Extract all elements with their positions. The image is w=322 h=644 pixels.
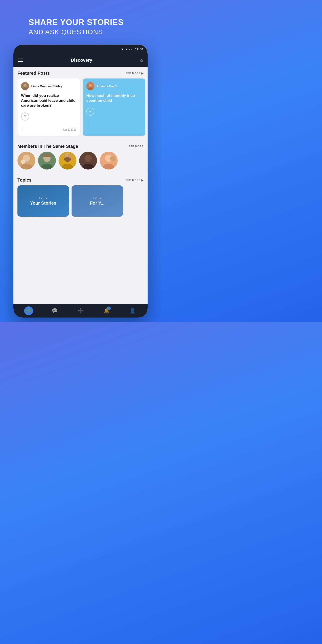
svg-point-21 [84,155,92,162]
home-icon: 🌿 [24,306,33,315]
featured-posts-see-more[interactable]: SEE MORE ▶ [126,72,144,75]
svg-point-1 [24,84,26,87]
topics-title: Topics [18,178,32,183]
post-footer-1: ⋮ Jan 6, 2015 [21,127,76,132]
topic-title-2: For Y... [90,200,104,206]
topic-label-1: TOPIC [39,196,48,199]
signal-icon: ▲ [125,48,128,51]
status-bar: ▼ ▲ ▭ 12:00 [14,45,148,54]
status-time: 12:00 [135,48,143,51]
messages-icon: 💬 [52,308,58,314]
featured-posts-row: Liuba Grechen Shirley When did you reali… [14,78,148,140]
search-icon[interactable]: ⌕ [140,57,143,63]
nav-item-notifications[interactable]: 🔔 1 [101,305,112,316]
members-row [14,152,148,174]
post-card-2[interactable]: Amanda MacD How much of monthly inco spe… [83,78,145,136]
post-date-1: Jan 6, 2015 [62,128,76,131]
profile-icon: 👤 [130,308,136,314]
wifi-icon: ▼ [121,48,124,51]
status-icons: ▼ ▲ ▭ 12:00 [121,48,143,51]
topic-title-1: Your Stories [30,200,56,206]
post-menu-icon-1[interactable]: ⋮ [21,127,25,132]
phone-frame: ▼ ▲ ▭ 12:00 Discovery ⌕ Featured Posts S… [14,45,148,318]
featured-posts-header: Featured Posts SEE MORE ▶ [14,67,148,78]
post-footer-2: ⋮ [86,122,142,127]
member-avatar-1[interactable] [18,152,35,170]
hamburger-line [18,60,23,60]
svg-point-26 [110,156,116,162]
post-question-1: When did you realize American paid leave… [21,93,76,108]
hero-section: SHARE YOUR STORIES AND ASK QUESTIONS [28,18,124,36]
notifications-badge: 1 [107,306,111,310]
nav-title: Discovery [71,58,92,63]
member-avatar-2[interactable] [38,152,56,170]
topics-header: Topics SEE MORE ▶ [14,174,148,185]
topics-see-more[interactable]: SEE MORE ▶ [126,179,144,182]
members-header: Members In The Same Stage SEE MORE [14,140,148,152]
add-icon: ➕ [78,308,84,314]
post-question-2: How much of monthly inco spent on child [86,93,142,103]
topic-card-stories[interactable]: TOPIC Your Stories [18,185,69,217]
nav-item-home[interactable]: 🌿 [23,305,34,316]
members-title: Members In The Same Stage [18,144,78,149]
member-avatar-5[interactable] [100,152,118,170]
svg-point-19 [68,154,72,158]
svg-point-9 [21,160,25,164]
post-card-1[interactable]: Liuba Grechen Shirley When did you reali… [18,78,80,136]
nav-item-messages[interactable]: 💬 [49,305,60,316]
author-name-2: Amanda MacD [96,84,117,88]
nav-item-add[interactable]: ➕ [75,305,86,316]
topic-label-2: TOPIC [93,196,102,199]
nav-item-profile[interactable]: 👤 [127,305,138,316]
hero-title: SHARE YOUR STORIES [28,18,124,27]
bottom-nav: 🌿 💬 ➕ 🔔 1 👤 [14,304,148,318]
member-avatar-3[interactable] [58,152,76,170]
app-content: Featured Posts SEE MORE ▶ Liuba Grechen … [14,67,148,304]
author-name-1: Liuba Grechen Shirley [31,84,62,88]
post-author-1: Liuba Grechen Shirley [21,82,76,90]
post-type-icon-2: ≡ [86,108,94,116]
hamburger-line [18,61,23,62]
author-avatar-2 [86,82,94,90]
member-avatar-4[interactable] [79,152,97,170]
hero-subtitle: AND ASK QUESTIONS [28,28,124,36]
topics-row: TOPIC Your Stories TOPIC For Y... [14,185,148,217]
battery-icon: ▭ [129,48,132,51]
top-nav: Discovery ⌕ [14,54,148,67]
members-see-more[interactable]: SEE MORE [128,145,144,148]
post-type-icon-1: ? [21,112,29,120]
topic-card-foryou[interactable]: TOPIC For Y... [72,185,123,217]
post-menu-icon-2[interactable]: ⋮ [86,122,90,127]
svg-point-4 [89,84,92,87]
hamburger-line [18,58,23,59]
featured-posts-title: Featured Posts [18,71,50,76]
post-author-2: Amanda MacD [86,82,142,90]
author-avatar-1 [21,82,29,90]
svg-point-13 [42,154,52,157]
hamburger-icon[interactable] [18,58,23,62]
